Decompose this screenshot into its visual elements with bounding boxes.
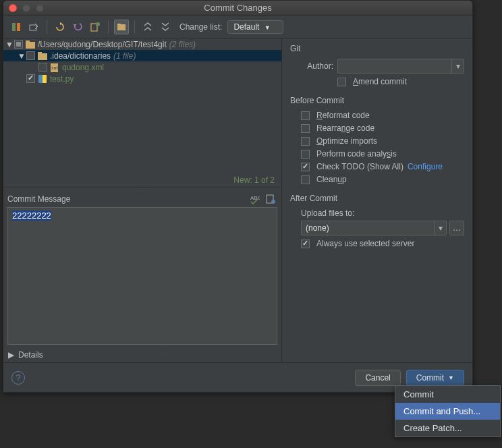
checkbox[interactable] [38,63,47,72]
commit-button[interactable]: Commit▼ [406,370,464,386]
new-changelist-icon[interactable] [88,20,103,34]
svg-rect-1 [17,23,20,31]
commit-dropdown: Commit Commit and Push... Create Patch..… [395,385,501,437]
configure-link[interactable]: Configure [408,162,443,171]
author-combo[interactable]: ▾ [337,59,464,74]
svg-rect-6 [117,24,121,26]
optimize-label: Optimize imports [316,136,377,146]
file-tree[interactable]: ▼ /Users/qudong/Desktop/GIT/test4git (2 … [3,38,281,173]
checkbox[interactable] [26,74,35,83]
changelist-label: Change list: [179,22,222,32]
tree-dir-path: .idea/dictionaries [50,51,111,61]
show-diff-icon[interactable] [9,20,24,34]
dropdown-commit[interactable]: Commit [395,386,500,403]
svg-rect-13 [38,75,43,83]
reformat-checkbox[interactable] [301,111,310,120]
todo-label: Check TODO (Show All) [316,162,403,171]
always-server-checkbox[interactable] [301,240,310,248]
window-title: Commit Changes [3,3,472,13]
python-file-icon [38,74,47,84]
spellcheck-icon[interactable]: ABC [248,192,261,206]
revert-icon[interactable] [70,20,85,34]
xml-file-icon: xml [50,63,59,72]
cancel-label: Cancel [365,373,390,383]
browse-button[interactable]: … [449,221,464,235]
upload-server-combo[interactable]: (none) ▾ [301,221,447,235]
tree-file-name: qudong.xml [62,63,104,72]
analysis-label: Perform code analysis [316,149,397,159]
optimize-checkbox[interactable] [301,137,310,146]
chevron-down-icon[interactable]: ▾ [434,221,446,235]
expand-triangle-icon[interactable]: ▼ [18,53,25,59]
svg-text:xml: xml [51,65,59,70]
dropdown-commit-push[interactable]: Commit and Push... [395,403,500,420]
tree-file-name: test.py [50,74,74,84]
upload-label: Upload files to: [301,208,354,218]
toolbar: Change list: Default ▼ [3,16,472,38]
commit-label: Commit [416,373,444,383]
always-server-label: Always use selected server [316,239,414,248]
tree-root-count: (2 files) [169,40,196,49]
details-label[interactable]: Details [18,350,43,360]
chevron-down-icon[interactable]: ▾ [451,59,464,73]
dropdown-create-patch[interactable]: Create Patch... [395,420,500,437]
history-icon[interactable] [264,192,277,206]
todo-checkbox[interactable] [301,163,310,171]
amend-label: Amend commit [353,77,407,86]
analysis-checkbox[interactable] [301,150,310,159]
reformat-label: Reformat code [316,111,370,120]
caret-down-icon: ▼ [448,374,454,381]
cleanup-label: Cleanup [316,175,347,184]
move-to-changelist-icon[interactable] [26,20,41,34]
refresh-icon[interactable] [53,20,67,34]
commit-message-label: Commit Message [7,194,70,204]
amend-checkbox[interactable] [337,78,346,86]
changelist-value: Default [233,22,259,32]
tree-file-row[interactable]: xml qudong.xml [3,61,281,73]
rearrange-label: Rearrange code [316,123,374,133]
cleanup-checkbox[interactable] [301,175,310,184]
svg-rect-8 [26,40,30,43]
new-files-status: New: 1 of 2 [3,173,281,187]
group-by-directory-icon[interactable] [114,20,129,34]
tree-root-path: /Users/qudong/Desktop/GIT/test4git [38,40,167,49]
grip-icon: ···· [46,352,277,358]
upload-server-value: (none) [302,223,434,233]
git-section-title: Git [290,44,464,53]
svg-rect-0 [12,23,16,31]
checkbox[interactable] [14,40,23,49]
before-commit-section-title: Before Commit [290,96,464,105]
tree-root-row[interactable]: ▼ /Users/qudong/Desktop/GIT/test4git (2 … [3,38,281,50]
svg-rect-14 [43,75,47,83]
commit-message-text: 22222222 [12,211,51,221]
tree-dir-count: (1 file) [113,51,136,61]
svg-rect-2 [30,25,36,30]
details-expand-icon[interactable]: ▶ [7,352,14,358]
svg-text:ABC: ABC [250,195,260,201]
expand-triangle-icon[interactable]: ▼ [6,41,13,48]
rearrange-checkbox[interactable] [301,124,310,133]
after-commit-section-title: After Commit [290,194,464,203]
changelist-select[interactable]: Default ▼ [227,20,283,34]
expand-all-icon[interactable] [140,20,155,34]
svg-point-17 [271,200,275,204]
folder-icon [26,40,35,49]
cancel-button[interactable]: Cancel [355,370,400,386]
checkbox[interactable] [26,51,35,60]
tree-file-row[interactable]: ▼ test.py [3,73,281,84]
commit-message-input[interactable]: 22222222 [7,207,277,345]
collapse-all-icon[interactable] [158,20,173,34]
svg-rect-10 [38,52,42,55]
titlebar: Commit Changes [3,1,472,16]
svg-point-4 [96,22,100,26]
help-button[interactable]: ? [11,371,25,385]
tree-dir-row[interactable]: ▼ .idea/dictionaries (1 file) [3,50,281,61]
folder-icon [38,51,47,61]
author-label: Author: [301,61,333,71]
